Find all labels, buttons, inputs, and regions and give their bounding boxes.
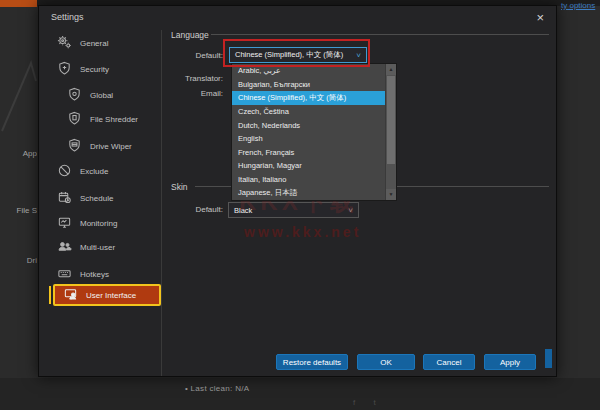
sidebar-item-drive-wiper[interactable]: Drive Wiper [39,136,161,156]
sidebar-item-global[interactable]: Global [39,85,161,105]
close-icon[interactable]: × [536,11,544,24]
apply-button[interactable]: Apply [484,354,536,370]
language-default-label: Default: [149,51,223,60]
annotation-yellow-tick [49,286,51,304]
sidebar-item-label: Schedule [80,194,113,203]
dropdown-option[interactable]: Hungarian, Magyar [232,159,385,173]
settings-dialog: Settings × General Security Global File … [38,5,557,377]
background-label-dri: Dri [0,256,37,265]
ok-button[interactable]: OK [357,354,415,370]
shield-drive-icon [67,138,82,155]
sidebar-item-security[interactable]: Security [39,59,161,79]
restore-defaults-button[interactable]: Restore defaults [276,354,348,370]
scroll-down-icon[interactable]: ▼ [386,189,396,200]
privacy-options-link[interactable]: ty options [561,1,595,10]
cancel-button[interactable]: Cancel [423,354,475,370]
language-section-divider [211,34,549,35]
sidebar-item-label: Security [80,65,109,74]
dropdown-scrollbar[interactable]: ▲ ▼ [385,64,396,200]
sidebar-item-multi-user[interactable]: Multi-user [39,237,161,257]
scroll-up-icon[interactable]: ▲ [386,64,396,75]
monitor-user-icon [63,287,78,304]
dropdown-option[interactable]: Czech, Čeština [232,105,385,119]
email-label: Email: [149,89,223,98]
background-label-app: App [0,149,37,158]
background-label-files: File S [0,206,37,215]
background-social-icons: f t [353,398,384,407]
background-logo [0,55,38,139]
language-dropdown-list: Arabic, عربيBulgarian, БългарскиChinese … [231,63,397,201]
skin-section-header: Skin [171,182,188,192]
gear-icon [57,35,72,52]
sidebar-item-label: General [80,39,108,48]
background-accent-bar [0,0,37,7]
dialog-title: Settings [51,12,84,22]
chevron-down-icon: ˅ [356,51,361,60]
dropdown-option[interactable]: Dutch, Nederlands [232,118,385,132]
exclude-icon [57,163,72,180]
dropdown-option[interactable]: Chinese (Simplified), 中文 (简体) [232,91,385,105]
dropdown-option[interactable]: English [232,132,385,146]
dropdown-option[interactable]: Italian, Italiano [232,173,385,187]
sidebar-item-monitoring[interactable]: Monitoring [39,213,161,233]
sidebar-item-label: Drive Wiper [90,142,132,151]
multi-user-icon [57,239,72,256]
translator-label: Translator: [149,74,223,83]
sidebar-item-user-interface[interactable]: User Interface [53,284,161,306]
dropdown-option[interactable]: Bulgarian, Български [232,78,385,92]
dropdown-option[interactable]: Arabic, عربي [232,64,385,78]
shield-gear-icon [67,87,82,104]
sidebar-item-label: Monitoring [80,219,117,228]
sidebar-item-label: Hotkeys [80,270,109,279]
monitor-wave-icon [57,215,72,232]
sidebar-item-general[interactable]: General [39,33,161,53]
dropdown-option[interactable]: French, Français [232,146,385,160]
calendar-clock-icon [57,190,72,207]
language-section-header: Language [171,30,209,40]
partial-blue-button [545,349,552,368]
language-default-value: Chinese (Simplified), 中文 (简体) [235,50,343,60]
sidebar-item-schedule[interactable]: Schedule [39,188,161,208]
language-dropdown-options: Arabic, عربيBulgarian, БългарскиChinese … [232,64,385,200]
dropdown-option[interactable]: Japanese, 日本語 [232,186,385,200]
sidebar-item-label: File Shredder [90,115,138,124]
sidebar-item-label: Exclude [80,167,108,176]
sidebar-item-hotkeys[interactable]: Hotkeys [39,264,161,284]
language-default-combobox[interactable]: Chinese (Simplified), 中文 (简体) ˅ [229,47,367,63]
sidebar-item-label: Multi-user [80,243,115,252]
shield-plus-icon [57,61,72,78]
keyboard-icon [57,266,72,283]
background-footer [0,378,600,410]
skin-default-label: Default: [149,205,223,214]
sidebar-item-exclude[interactable]: Exclude [39,161,161,181]
shield-file-icon [67,111,82,128]
scrollbar-thumb[interactable] [387,76,395,164]
sidebar-item-label: User Interface [86,291,136,300]
watermark-url: www.kkx.net [244,224,361,240]
sidebar-item-label: Global [90,91,113,100]
background-last-clean-status: • Last clean: N/A [185,384,249,393]
sidebar-item-file-shredder[interactable]: File Shredder [39,109,161,129]
